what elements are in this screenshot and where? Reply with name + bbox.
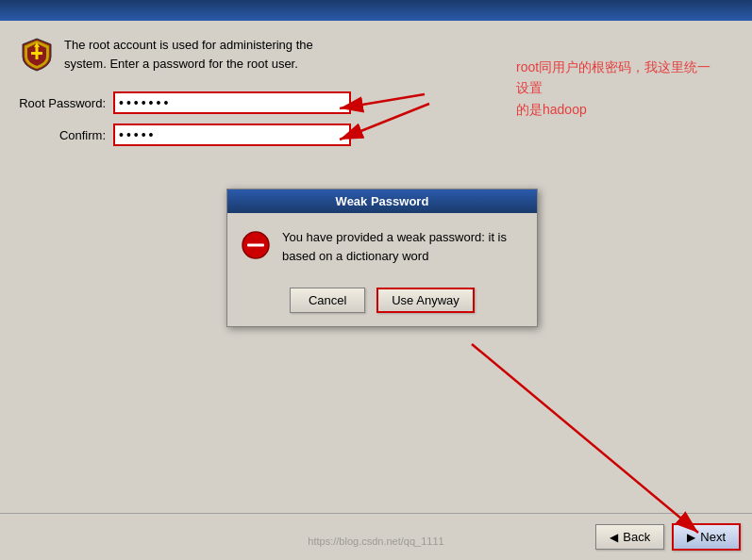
- dialog-title: Weak Password: [227, 189, 537, 213]
- dialog-buttons: Cancel Use Anyway: [227, 280, 537, 326]
- error-icon: [241, 230, 271, 260]
- dialog-overlay: Weak Password You have provided a weak p…: [0, 0, 752, 560]
- cancel-button[interactable]: Cancel: [290, 288, 365, 313]
- svg-rect-4: [247, 244, 264, 247]
- weak-password-dialog: Weak Password You have provided a weak p…: [226, 189, 538, 327]
- dialog-body: You have provided a weak password: it is…: [227, 213, 537, 280]
- dialog-message: You have provided a weak password: it is…: [282, 228, 524, 265]
- use-anyway-button[interactable]: Use Anyway: [376, 288, 475, 313]
